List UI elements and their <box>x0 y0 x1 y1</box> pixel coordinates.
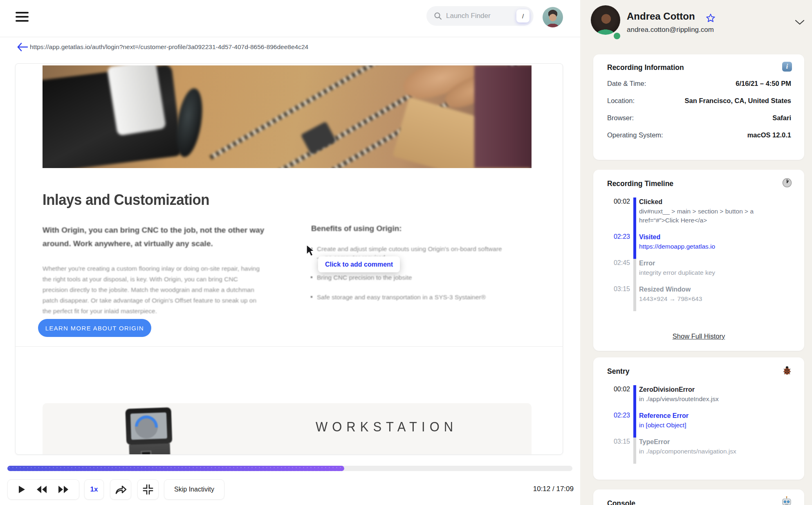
share-arrow-icon <box>114 484 127 495</box>
replay-viewport[interactable]: Inlays and Customization With Origin, yo… <box>15 63 563 455</box>
sentry-title: Sentry <box>607 367 629 376</box>
timeline-track <box>633 285 636 311</box>
hamburger-menu-icon[interactable] <box>16 12 29 22</box>
page-body-paragraph: Whether you're creating a custom floorin… <box>43 263 263 316</box>
benefit-item: Bring CNC precision to the jobsite <box>317 273 507 282</box>
timeline-track <box>633 198 636 233</box>
workstation-section: WORKSTATION <box>43 403 532 455</box>
search-shortcut-key: / <box>516 9 529 22</box>
transport-controls <box>7 479 79 500</box>
recording-timeline-title: Recording Timeline <box>607 180 673 188</box>
console-title: Console <box>607 499 635 505</box>
timeline-track <box>633 233 636 259</box>
share-button[interactable] <box>110 479 131 500</box>
info-row: Date & Time: 6/16/21 – 4:50 PM <box>607 80 791 88</box>
sentry-card: Sentry 00:02 ZeroDivisionErrorin ./app/v… <box>593 357 804 480</box>
profile-email: andrea.cotton@rippling.com <box>627 26 714 34</box>
info-row: Operating System: macOS 12.0.1 <box>607 131 791 139</box>
avatar[interactable] <box>543 7 563 27</box>
sentry-track <box>633 411 636 438</box>
clock-icon <box>782 178 792 188</box>
timeline-track <box>633 259 636 285</box>
collapse-corners-icon <box>143 484 153 495</box>
session-replay-app: Launch Finder / https://app.getatlas.io/… <box>0 0 812 505</box>
console-card: Console <box>593 489 804 505</box>
profile-name: Andrea Cotton <box>627 11 695 22</box>
skip-inactivity-button[interactable]: Skip Inactivity <box>164 479 224 500</box>
recording-information-title: Recording Information <box>607 63 684 72</box>
playback-time: 10:12 / 17:09 <box>492 485 574 493</box>
playback-progress-bar[interactable] <box>7 466 572 471</box>
learn-more-button[interactable]: LEARN MORE ABOUT ORIGIN <box>38 319 151 337</box>
profile-avatar[interactable] <box>591 5 620 35</box>
benefit-item: Safe storage and easy transportation in … <box>317 293 507 301</box>
timeline-event[interactable]: 02:45 Errorintegrity error duplicate key <box>607 259 794 285</box>
search-placeholder: Launch Finder <box>446 12 516 20</box>
sentry-event[interactable]: 03:15 TypeErrorin ./app/components/navig… <box>607 438 794 464</box>
chevron-down-icon[interactable] <box>795 20 805 25</box>
info-icon: i <box>782 62 792 72</box>
back-arrow-icon[interactable] <box>16 42 29 52</box>
sentry-track <box>633 385 636 411</box>
sentry-event[interactable]: 00:02 ZeroDivisionErrorin ./app/views/ro… <box>607 385 794 411</box>
timeline-event[interactable]: 03:15 Resized Window1443×924 → 798×643 <box>607 285 794 311</box>
recording-information-card: Recording Information i Date & Time: 6/1… <box>593 54 804 160</box>
timeline-event[interactable]: 02:23 Visitedhttps://demoapp.getatlas.io <box>607 233 794 259</box>
search-input[interactable]: Launch Finder / <box>426 6 534 26</box>
info-row: Browser: Safari <box>607 114 791 122</box>
collapse-view-button[interactable] <box>137 479 159 500</box>
page-lead-paragraph: With Origin, you can bring CNC to the jo… <box>43 223 288 250</box>
fast-forward-button[interactable] <box>58 485 69 494</box>
page-heading: Inlays and Customization <box>43 191 209 209</box>
ladybug-icon <box>782 366 792 375</box>
playback-progress-fill <box>7 466 344 471</box>
show-full-history-link[interactable]: Show Full History <box>593 332 804 340</box>
search-icon <box>434 12 442 20</box>
robot-icon <box>781 496 792 505</box>
replay-url-row: https://app.getatlas.io/auth/login?next=… <box>0 38 580 59</box>
recording-timeline-card: Recording Timeline 00:02 Clickeddiv#nuxt… <box>593 170 804 351</box>
origin-device-image <box>125 407 173 455</box>
playback-speed-button[interactable]: 1x <box>84 479 104 500</box>
info-row: Location: San Francisco, CA, United Stat… <box>607 97 791 105</box>
play-button[interactable] <box>18 485 25 494</box>
replay-cursor-icon <box>306 245 316 257</box>
section-divider <box>16 346 563 347</box>
sentry-track <box>633 438 636 464</box>
benefits-title: Benefits of using Origin: <box>311 224 402 233</box>
online-status-dot <box>614 33 620 39</box>
add-comment-tooltip[interactable]: Click to add comment <box>318 256 400 272</box>
favorite-star-icon[interactable] <box>706 13 716 23</box>
rewind-button[interactable] <box>36 485 47 494</box>
replay-hero-photo <box>43 65 532 168</box>
workstation-logo: WORKSTATION <box>316 419 458 435</box>
replay-url: https://app.getatlas.io/auth/login?next=… <box>30 43 308 51</box>
sentry-event[interactable]: 02:23 Reference Errorin [object Object] <box>607 411 794 438</box>
timeline-event[interactable]: 00:02 Clickeddiv#nuxt__ > main > section… <box>607 198 794 233</box>
topbar: Launch Finder / <box>0 0 580 37</box>
